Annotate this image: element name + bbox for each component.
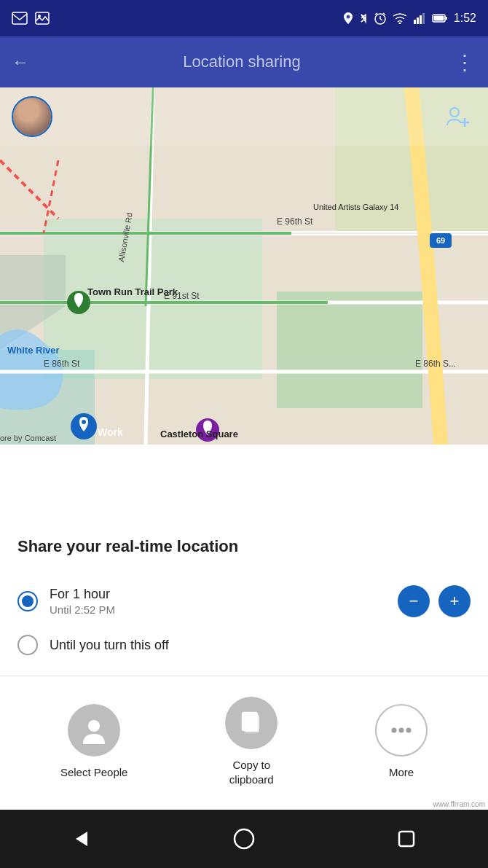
svg-rect-10 [414,20,416,24]
bottom-nav [0,810,488,868]
svg-point-53 [88,720,100,732]
person-icon [80,716,108,744]
option-indefinite-text: Until you turn this off [50,638,471,653]
option-1-hour-text: For 1 hour Until 2:52 PM [50,587,398,616]
svg-rect-16 [445,17,447,20]
image-icon [35,12,50,25]
status-bar-left [12,12,50,25]
svg-point-58 [399,727,404,732]
increase-hour-button[interactable]: + [438,585,471,617]
svg-rect-15 [433,16,444,21]
svg-point-36 [82,420,86,424]
add-person-button[interactable] [441,99,476,134]
status-time: 1:52 [454,12,476,25]
battery-icon [432,13,448,23]
avatar-strip [0,87,488,146]
copy-clipboard-option[interactable]: Copy toclipboard [225,697,278,786]
wifi-icon [393,12,407,24]
svg-point-59 [406,727,412,732]
decrease-hour-button[interactable]: − [398,585,430,617]
signal-icon [413,12,426,24]
add-person-icon [446,103,472,130]
svg-point-3 [346,15,350,19]
back-button[interactable]: ← [12,52,29,72]
svg-text:E 96th St: E 96th St [277,216,313,227]
copy-clipboard-label: Copy toclipboard [229,758,274,786]
more-label: More [389,765,414,780]
nav-back-icon [71,829,92,849]
radio-1-hour[interactable] [17,591,38,611]
bottom-sheet: Share your real-time location For 1 hour… [0,514,488,810]
svg-point-50 [450,108,459,117]
map-section: 69 Town Run Trail Park E 96th St United … [0,87,488,445]
nav-home-button[interactable] [222,817,266,861]
svg-point-9 [398,23,401,25]
svg-rect-13 [422,13,425,24]
status-bar-right: 1:52 [343,12,476,25]
more-icon-circle [375,704,428,756]
hour-controls: − + [398,585,471,617]
copy-icon-circle [225,697,278,749]
alarm-icon [374,12,387,25]
svg-point-61 [235,829,253,848]
svg-text:69: 69 [436,236,445,245]
svg-rect-62 [399,832,414,846]
option-1-hour-sublabel: Until 2:52 PM [50,603,398,616]
svg-text:ore by Comcast: ore by Comcast [0,434,56,442]
svg-marker-60 [76,832,87,846]
svg-rect-0 [12,12,27,24]
svg-text:Work: Work [98,426,123,438]
option-1-hour[interactable]: For 1 hour Until 2:52 PM − + [17,576,471,626]
option-indefinite[interactable]: Until you turn this off [17,626,471,664]
avatar-image [13,98,51,136]
gmail-icon [12,12,28,25]
svg-point-57 [392,727,397,732]
svg-text:E 86th S...: E 86th S... [415,359,456,369]
sheet-title: Share your real-time location [17,537,471,556]
select-people-option[interactable]: Select People [60,704,128,780]
sheet-content: Share your real-time location For 1 hour… [0,514,488,664]
bluetooth-icon [359,12,368,25]
select-people-label: Select People [60,765,128,780]
more-dots-icon [387,716,415,744]
svg-text:White River: White River [7,345,60,356]
nav-recent-button[interactable] [385,817,428,861]
svg-rect-12 [420,15,422,24]
select-people-icon-circle [68,704,120,756]
watermark: www.ffrram.com [433,800,486,808]
option-1-hour-label: For 1 hour [50,587,398,602]
share-options: Select People Copy toclipboard [0,676,488,810]
svg-text:E 91st St: E 91st St [164,291,200,301]
svg-text:Castleton Square: Castleton Square [160,429,238,439]
svg-rect-11 [417,17,419,24]
user-avatar[interactable] [12,96,52,137]
svg-rect-56 [243,713,257,730]
app-bar: ← Location sharing ⋮ [0,36,488,87]
option-indefinite-label: Until you turn this off [50,638,471,653]
svg-rect-19 [277,292,422,408]
location-icon [343,12,353,25]
nav-home-icon [233,828,255,850]
app-bar-title: Location sharing [44,52,440,71]
svg-text:E 86th St: E 86th St [44,359,80,369]
radio-1-hour-inner [22,595,34,607]
radio-indefinite[interactable] [17,635,38,655]
nav-back-button[interactable] [60,817,103,861]
more-option[interactable]: More [375,704,428,780]
svg-line-6 [380,19,382,20]
more-options-button[interactable]: ⋮ [454,50,476,74]
nav-recent-icon [397,829,416,848]
svg-text:United Artists Galaxy 14: United Artists Galaxy 14 [313,203,398,211]
status-bar: 1:52 [0,0,488,36]
copy-icon [237,709,265,737]
